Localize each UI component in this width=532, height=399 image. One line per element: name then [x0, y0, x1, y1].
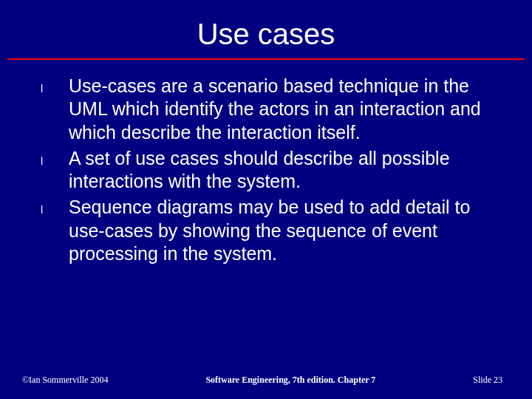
bullet-text: A set of use cases should describe all p… — [69, 147, 502, 194]
footer-copyright: ©Ian Sommerville 2004 — [22, 375, 108, 386]
footer-title: Software Engineering, 7th edition. Chapt… — [108, 375, 473, 386]
slide-content: l Use-cases are a scenario based techniq… — [0, 60, 532, 265]
slide-footer: ©Ian Sommerville 2004 Software Engineeri… — [0, 375, 532, 386]
bullet-icon: l — [41, 147, 69, 172]
bullet-item: l Sequence diagrams may be used to add d… — [41, 196, 502, 265]
slide-title: Use cases — [0, 0, 532, 58]
bullet-text: Sequence diagrams may be used to add det… — [69, 196, 502, 265]
bullet-item: l A set of use cases should describe all… — [41, 147, 502, 194]
bullet-text: Use-cases are a scenario based technique… — [69, 75, 502, 144]
bullet-icon: l — [41, 196, 69, 221]
bullet-icon: l — [41, 75, 69, 100]
footer-slide-number: Slide 23 — [473, 375, 502, 386]
slide: Use cases l Use-cases are a scenario bas… — [0, 0, 532, 399]
bullet-item: l Use-cases are a scenario based techniq… — [41, 75, 502, 144]
